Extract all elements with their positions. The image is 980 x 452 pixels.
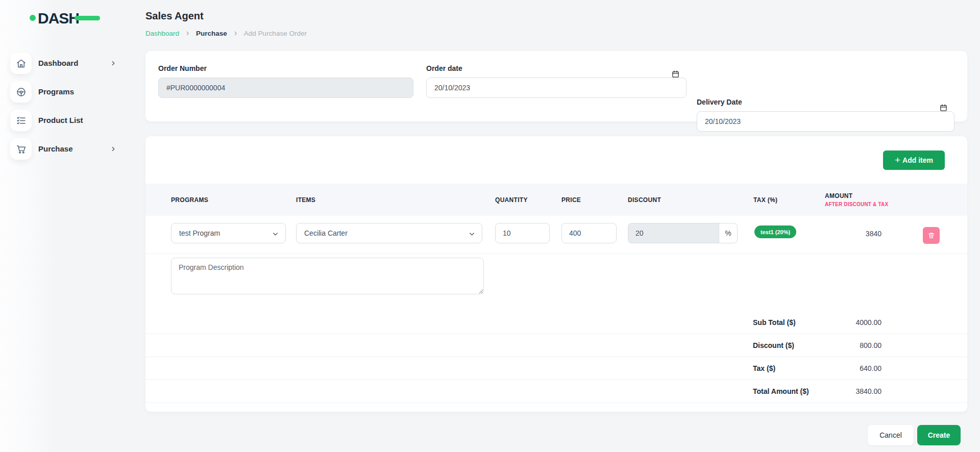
- plus-icon: +: [895, 155, 900, 165]
- col-amount: AMOUNT AFTER DISCOUNT & TAX: [825, 184, 888, 216]
- grand-total-label: Total Amount ($): [753, 387, 809, 395]
- breadcrumb-purchase[interactable]: Purchase: [196, 30, 227, 37]
- checklist-icon: [10, 110, 32, 131]
- col-items: ITEMS: [296, 184, 315, 216]
- sidebar-item-programs[interactable]: Programs: [0, 81, 128, 103]
- sidebar-item-label: Purchase: [38, 138, 73, 160]
- tax-badge: test1 (20%): [754, 225, 796, 238]
- breadcrumb: Dashboard Purchase Add Purchase Order: [145, 30, 307, 37]
- col-price: PRICE: [561, 184, 581, 216]
- home-icon: [10, 53, 32, 74]
- subtotal-label: Sub Total ($): [753, 318, 796, 327]
- chevron-right-icon: [110, 58, 117, 70]
- order-number-input[interactable]: [158, 78, 413, 98]
- quantity-input[interactable]: [495, 223, 550, 243]
- subtotal-row: Sub Total ($) 4000.00: [145, 311, 967, 334]
- cart-icon: [10, 138, 32, 160]
- row-amount-value: 3840: [820, 230, 881, 238]
- subtotal-value: 4000.00: [804, 318, 881, 327]
- col-tax: TAX (%): [753, 184, 777, 216]
- col-amount-subnote: AFTER DISCOUNT & TAX: [825, 202, 888, 207]
- logo-text: DASH: [38, 10, 79, 27]
- percent-addon: %: [719, 223, 738, 243]
- logo-dot: [30, 15, 36, 21]
- col-discount: DISCOUNT: [628, 184, 661, 216]
- sidebar-item-dashboard[interactable]: Dashboard: [0, 53, 128, 74]
- program-select[interactable]: test Program: [171, 223, 286, 243]
- program-select-value: test Program: [179, 229, 220, 237]
- add-item-label: Add item: [902, 156, 933, 164]
- breadcrumb-separator-icon: [185, 31, 190, 36]
- sidebar-item-label: Programs: [38, 81, 74, 103]
- price-input[interactable]: [561, 223, 617, 243]
- chevron-right-icon: [110, 144, 117, 156]
- breadcrumb-dashboard[interactable]: Dashboard: [145, 30, 179, 37]
- row-divider: [145, 254, 967, 254]
- discount-total-value: 800.00: [804, 341, 881, 349]
- tax-total-row: Tax ($) 640.00: [145, 357, 967, 380]
- breadcrumb-current: Add Purchase Order: [244, 30, 307, 37]
- add-item-button[interactable]: + Add item: [883, 150, 945, 170]
- app-window: DASH Dashboard Programs: [0, 0, 980, 452]
- delete-row-button[interactable]: [923, 227, 940, 244]
- col-quantity: QUANTITY: [495, 184, 528, 216]
- order-number-label: Order Number: [158, 64, 413, 72]
- discount-input-group: %: [628, 223, 738, 243]
- items-table-header: PROGRAMS ITEMS QUANTITY PRICE DISCOUNT T…: [145, 184, 967, 216]
- steering-wheel-icon: [10, 81, 32, 103]
- order-date-input[interactable]: [426, 78, 687, 98]
- chevron-down-icon: [272, 231, 279, 237]
- purchase-items-card: + Add item PROGRAMS ITEMS QUANTITY PRICE…: [145, 136, 967, 412]
- delivery-date-label: Delivery Date: [697, 98, 954, 106]
- page-title: Sales Agent: [145, 10, 204, 22]
- col-programs: PROGRAMS: [171, 184, 208, 216]
- item-select-value: Cecilia Carter: [304, 229, 348, 237]
- brand-logo[interactable]: DASH: [29, 5, 105, 29]
- chevron-down-icon: [469, 231, 475, 237]
- tax-total-label: Tax ($): [753, 364, 775, 372]
- create-button[interactable]: Create: [917, 425, 961, 445]
- order-date-label: Order date: [426, 64, 687, 72]
- order-details-card: Order Number Order date Delivery Date: [145, 51, 967, 121]
- program-description-textarea[interactable]: [171, 258, 484, 294]
- tax-total-value: 640.00: [804, 364, 881, 372]
- sidebar-item-purchase[interactable]: Purchase: [0, 138, 128, 160]
- item-select[interactable]: Cecilia Carter: [296, 223, 482, 243]
- logo-dash-bar: [75, 16, 100, 20]
- grand-total-value: 3840.00: [804, 387, 881, 395]
- breadcrumb-separator-icon: [233, 31, 238, 36]
- trash-icon: [927, 232, 935, 239]
- discount-input[interactable]: [628, 223, 719, 243]
- sidebar-item-label: Product List: [38, 110, 83, 131]
- cancel-button[interactable]: Cancel: [868, 425, 914, 445]
- discount-total-row: Discount ($) 800.00: [145, 334, 967, 357]
- sidebar-item-product-list[interactable]: Product List: [0, 110, 128, 131]
- col-amount-title: AMOUNT: [825, 192, 888, 199]
- delivery-date-input[interactable]: [697, 111, 954, 132]
- grand-total-row: Total Amount ($) 3840.00: [145, 380, 967, 403]
- discount-total-label: Discount ($): [753, 341, 794, 349]
- sidebar-item-label: Dashboard: [38, 53, 78, 74]
